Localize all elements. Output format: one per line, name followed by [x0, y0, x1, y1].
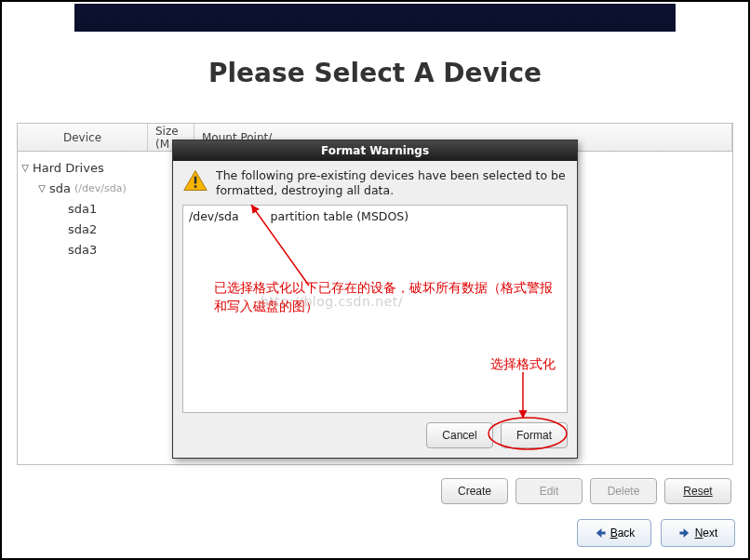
partition-name: sda1	[68, 202, 150, 216]
cancel-button[interactable]: Cancel	[426, 422, 493, 448]
warning-icon	[182, 168, 208, 193]
dialog-message: The following pre-existing devices have …	[216, 168, 568, 197]
svg-rect-1	[194, 185, 197, 188]
create-button[interactable]: Create	[441, 478, 508, 504]
nav-buttons: Back Next	[577, 519, 735, 547]
reset-label: Reset	[683, 485, 712, 498]
device-desc: partition table (MSDOS)	[271, 209, 409, 223]
delete-button: Delete	[590, 478, 657, 504]
column-device[interactable]: Device	[18, 124, 148, 151]
partition-name: sda3	[68, 243, 150, 257]
top-banner	[74, 4, 676, 32]
format-warnings-dialog: Format Warnings The following pre-existi…	[172, 140, 578, 459]
format-button[interactable]: Format	[501, 422, 568, 448]
expander-icon[interactable]: ▽	[36, 183, 47, 193]
next-button[interactable]: Next	[661, 519, 735, 547]
reset-button[interactable]: Reset	[664, 478, 731, 504]
page-title: Please Select A Device	[2, 58, 748, 88]
edit-button: Edit	[516, 478, 583, 504]
device-list[interactable]: /dev/sda partition table (MSDOS)	[182, 205, 568, 413]
back-button[interactable]: Back	[577, 519, 651, 547]
dialog-title: Format Warnings	[173, 140, 577, 161]
tree-label: Hard Drives	[33, 161, 163, 175]
arrow-left-icon	[594, 527, 607, 540]
arrow-right-icon	[678, 527, 691, 540]
toolbar: Create Edit Delete Reset	[441, 478, 731, 504]
back-label: Back	[610, 527, 636, 540]
next-label: Next	[695, 527, 718, 540]
device-row[interactable]: /dev/sda partition table (MSDOS)	[189, 209, 561, 223]
expander-icon[interactable]: ▽	[20, 163, 31, 173]
device-hint: (/dev/sda)	[74, 182, 127, 194]
svg-rect-0	[194, 177, 197, 184]
device-path: /dev/sda	[189, 209, 239, 223]
tree-label: sda	[49, 181, 71, 195]
partition-name: sda2	[68, 222, 150, 236]
